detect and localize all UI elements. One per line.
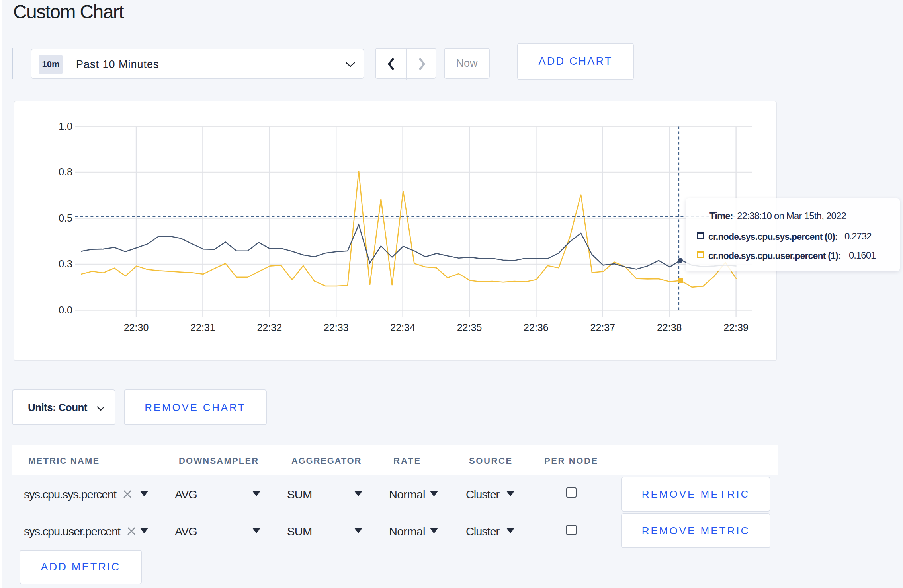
svg-text:22:38: 22:38 [657, 322, 682, 333]
svg-text:1.0: 1.0 [59, 121, 72, 132]
svg-text:0.3: 0.3 [59, 258, 72, 269]
svg-text:0.8: 0.8 [59, 166, 72, 177]
svg-text:22:39: 22:39 [723, 322, 749, 333]
svg-text:22:34: 22:34 [390, 322, 415, 333]
svg-text:22:35: 22:35 [457, 322, 482, 333]
svg-text:0.0: 0.0 [59, 304, 72, 315]
svg-text:22:33: 22:33 [324, 322, 349, 333]
svg-text:22:30: 22:30 [124, 322, 149, 333]
svg-text:0.5: 0.5 [59, 212, 72, 224]
svg-text:22:37: 22:37 [590, 322, 616, 333]
svg-text:22:36: 22:36 [524, 322, 549, 333]
svg-text:22:32: 22:32 [257, 322, 282, 333]
svg-text:22:31: 22:31 [190, 322, 215, 333]
